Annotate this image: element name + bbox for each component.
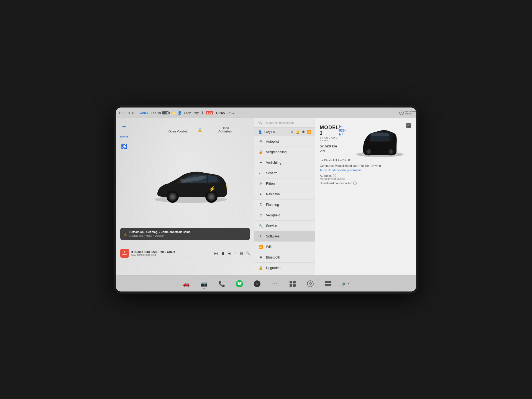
signal-icon: 📶 — [307, 130, 311, 134]
svg-rect-18 — [290, 281, 292, 283]
settings-item-wifi[interactable]: 📶 Wifi — [254, 242, 315, 252]
gear-d: D — [132, 111, 134, 114]
vehicle-info-panel: 📷 — [315, 118, 416, 275]
achterbak-text: OpenAchterbak — [218, 126, 232, 133]
taskbar-circle[interactable] — [252, 279, 262, 289]
fan-icon[interactable] — [120, 124, 128, 130]
plate-number: H-936-NF — [339, 125, 348, 136]
stop-button[interactable]: ⏹ — [221, 251, 225, 255]
search-music-button[interactable]: 🔍 — [246, 251, 250, 255]
taskbar-car[interactable]: 🚗 — [181, 279, 191, 289]
vergrendeling-label: Vergrendeling — [266, 150, 287, 154]
prev-button[interactable]: ⏮ — [214, 251, 218, 255]
music-bar: Qmusic If I Could Turn Back Time - CHER … — [120, 249, 250, 258]
battery-icon — [162, 111, 169, 114]
vehicle-image-svg — [348, 122, 412, 158]
settings-item-veiligheid[interactable]: ⊙ Veiligheid — [254, 210, 315, 221]
circle-icon — [254, 280, 260, 287]
nav-icon: ▲ — [258, 192, 263, 196]
person-warning: ♿ — [121, 144, 127, 150]
settings-item-service[interactable]: 🔧 Service — [254, 221, 315, 231]
svg-point-23 — [309, 283, 310, 284]
search-icon: 🔍 — [258, 121, 262, 125]
apps-icon — [289, 280, 296, 287]
wifi-icon: 📶 — [258, 245, 263, 249]
taskbar-volume[interactable]: 🔊 ✕ — [341, 279, 351, 289]
car-icon: 🚗 — [183, 280, 190, 287]
veiligheid-label: Veiligheid — [266, 213, 280, 217]
achterbak-label[interactable]: OpenAchterbak — [218, 126, 232, 133]
qmusic-logo: Qmusic — [120, 249, 129, 258]
more-dots: ··· — [272, 281, 277, 286]
taskbar-games[interactable] — [305, 279, 315, 289]
right-panel: 🔍 Doorzoek instellingen 👤 Easy En... ⬇ 🔔 — [254, 118, 416, 275]
warning-subtitle: Mobiele app > Menu > Opladen — [129, 234, 191, 238]
notification-icon: 🔔 — [296, 130, 300, 134]
planning-icon: ⏱ — [258, 203, 263, 207]
warning-banner[interactable]: ⚠ Betaald opl. niet mog. - Contr. onbeta… — [120, 228, 250, 240]
charging-icon: ⚡ — [209, 186, 216, 192]
sub-icons: ⬇ 🔔 ✱ 📶 — [291, 130, 311, 134]
connectivity-label: Standaard connectiviteit — [320, 181, 352, 185]
volume-control: 🔊 ✕ — [342, 282, 350, 286]
qmusic-text: Qmusic — [122, 251, 127, 255]
folder-icon: 📁 — [171, 111, 175, 115]
svg-rect-21 — [293, 284, 296, 287]
lock-menu-icon: 🔒 — [258, 150, 263, 154]
voorbak-label[interactable]: Open Voorbak — [168, 130, 188, 133]
svg-rect-30 — [328, 284, 331, 286]
info-badge-icon[interactable]: i — [333, 174, 336, 177]
next-button[interactable]: ⏭ — [227, 251, 231, 255]
settings-list: ◎ Autopilot 🔒 Vergrendeling ✦ Verlichtin… — [254, 136, 315, 275]
screen-icon: ▭ — [258, 171, 263, 175]
taskbar-grid2[interactable] — [323, 279, 333, 289]
taskbar: 🚗 📷 📞 — [116, 275, 416, 291]
separator: · — [137, 111, 137, 114]
safety-icon: ⊙ — [258, 213, 263, 217]
camera-sub — [203, 288, 205, 289]
software-icon: ⬇ — [258, 234, 263, 238]
taskbar-spotify[interactable] — [234, 279, 244, 289]
taskbar-camera[interactable]: 📷 — [199, 279, 209, 289]
easy-entry-short: Easy En... — [264, 131, 277, 134]
settings-item-autopilot[interactable]: ◎ Autopilot — [254, 136, 315, 147]
svg-rect-29 — [325, 284, 328, 286]
battery-fill — [162, 112, 167, 114]
more-info-link[interactable]: Aanvullende voertuiginformatie — [320, 167, 412, 172]
easy-entry-status: Easy Entry — [184, 111, 199, 114]
games-icon — [307, 280, 314, 287]
range-value: 182 km — [151, 111, 161, 114]
edge-icon[interactable]: EDGE — [120, 134, 128, 140]
settings-item-verlichting[interactable]: ✦ Verlichting — [254, 157, 315, 168]
autopilot-icon: ◎ — [258, 139, 263, 144]
connectivity-section: Standaard connectiviteit i — [320, 181, 412, 185]
taskbar-more[interactable]: ··· — [270, 279, 280, 289]
dot1 — [203, 288, 204, 289]
bluetooth-label: Bluetooth — [266, 255, 280, 259]
svg-rect-27 — [325, 281, 328, 283]
settings-item-bluetooth[interactable]: ✱ Bluetooth — [254, 252, 315, 263]
settings-item-planning[interactable]: ⏱ Planning — [254, 200, 315, 210]
person-icon: 👤 — [178, 111, 182, 115]
settings-item-ritten[interactable]: ⊪ Ritten — [254, 178, 315, 189]
settings-item-navigatie[interactable]: ▲ Navigatie — [254, 189, 315, 200]
settings-search[interactable]: 🔍 Doorzoek instellingen — [254, 118, 315, 128]
model-variant: STANDARD PLUS — [320, 136, 339, 142]
autopilot-value: Meegeleverd pakket. — [320, 177, 412, 180]
taskbar-phone[interactable]: 📞 — [217, 279, 227, 289]
taskbar-apps[interactable] — [288, 279, 298, 289]
connectivity-info-icon[interactable]: i — [353, 181, 357, 185]
settings-item-software[interactable]: ⬇ Software — [254, 231, 315, 242]
svg-point-24 — [311, 283, 312, 284]
bluetooth-sub-icon: ✱ — [302, 130, 305, 134]
sos-button[interactable]: SOS — [206, 111, 213, 114]
left-panel: EDGE ♿ Open Voorbak 🔓 OpenAchterbak — [116, 118, 254, 275]
favorite-button[interactable]: ☆ — [234, 251, 237, 255]
warning-content: Betaald opl. niet mog. - Contr. onbetaal… — [129, 230, 191, 238]
settings-item-scherm[interactable]: ▭ Scherm — [254, 168, 315, 178]
car-image-area: ⚡ — [144, 140, 238, 231]
navigatie-label: Navigatie — [266, 192, 280, 196]
settings-item-upgrades[interactable]: 🔒 Upgrades — [254, 263, 315, 273]
svg-rect-28 — [328, 281, 331, 283]
settings-item-vergrendeling[interactable]: 🔒 Vergrendeling — [254, 147, 315, 157]
